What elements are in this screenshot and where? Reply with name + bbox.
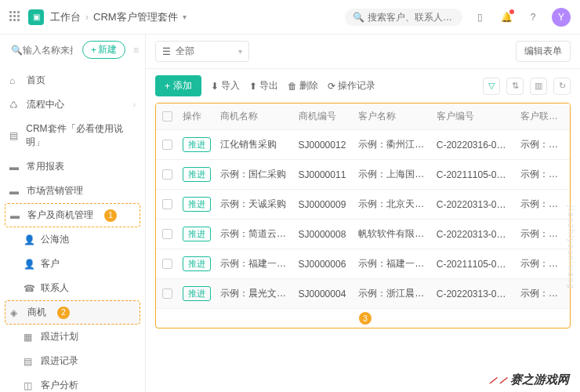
export-button[interactable]: ⬆导出 — [249, 79, 278, 93]
sidebar-item-label: 联系人 — [41, 281, 69, 295]
sidebar-item-12[interactable]: ◫客户分析 — [0, 373, 145, 392]
view-selector[interactable]: ☰ 全部 ▾ — [155, 41, 249, 62]
col-action: 操作 — [178, 110, 216, 123]
log-button[interactable]: ⟳操作记录 — [328, 79, 375, 93]
advance-button[interactable]: 推进 — [183, 167, 211, 182]
brand-footer: ⟋⟋ 赛之游戏网 — [487, 372, 569, 387]
sidebar-item-6[interactable]: 👤公海池 — [0, 227, 145, 252]
global-search[interactable]: 🔍 — [345, 9, 462, 26]
suite-name[interactable]: CRM客户管理套件 — [93, 10, 178, 24]
sidebar-item-label: CRM套件「必看使用说明」 — [26, 122, 136, 149]
table-row[interactable]: 推进 示例：国仁采购 SJ0000011 示例：上海国仁有限… C-202111… — [156, 160, 570, 190]
import-button[interactable]: ⬇导入 — [211, 79, 240, 93]
sidebar-search-input[interactable] — [23, 45, 73, 56]
col-code: 商机编号 — [294, 110, 354, 123]
user-icon: 👤 — [24, 234, 34, 245]
sidebar-item-0[interactable]: ⌂首页 — [0, 68, 145, 93]
annotation-badge: 2 — [57, 307, 70, 319]
delete-button[interactable]: 🗑删除 — [288, 79, 318, 93]
cell-ccode: C-20220313-0000003 — [432, 229, 516, 240]
help-icon[interactable]: ? — [524, 8, 542, 27]
user-icon: 👤 — [24, 259, 34, 270]
row-checkbox[interactable] — [162, 229, 172, 239]
folder-icon: ▬ — [10, 210, 21, 221]
sidebar-item-3[interactable]: ▬常用报表 — [0, 154, 145, 179]
workspace-label[interactable]: 工作台 — [50, 10, 81, 24]
advance-button[interactable]: 推进 — [183, 137, 211, 152]
search-input[interactable] — [368, 12, 455, 23]
cell-cust: 示例：上海国仁有限… — [353, 168, 432, 181]
sort-icon[interactable]: ⇅ — [506, 78, 524, 95]
contact-icon: ☎ — [24, 283, 34, 294]
row-checkbox[interactable] — [162, 140, 172, 150]
advance-button[interactable]: 推进 — [183, 286, 211, 301]
cell-name: 示例：福建一高3月订单 — [216, 257, 294, 270]
sidebar-item-label: 客户 — [41, 257, 60, 270]
chevron-down-icon[interactable]: ▾ — [183, 13, 187, 21]
trash-icon: 🗑 — [288, 81, 297, 92]
sidebar-item-label: 客户及商机管理 — [27, 209, 93, 222]
sidebar-item-label: 商机 — [27, 306, 46, 319]
add-button[interactable]: +添加 — [155, 75, 201, 96]
home-icon: ⌂ — [9, 75, 20, 86]
cell-code: SJ0000006 — [294, 259, 354, 270]
cell-cust: 示例：北京天诚软件… — [353, 198, 432, 211]
filter-icon[interactable]: ▽ — [483, 78, 500, 95]
table-row[interactable]: 推进 江化销售采购 SJ0000012 示例：衢州江化集团 C-20220316… — [156, 130, 570, 160]
avatar[interactable]: Y — [552, 8, 571, 27]
cell-contact: 示例：刘晨 — [516, 287, 570, 300]
cell-code: SJ0000008 — [294, 229, 354, 240]
cell-code: SJ0000004 — [294, 289, 354, 299]
edit-form-button[interactable]: 编辑表单 — [516, 41, 571, 62]
import-icon: ⬇ — [211, 81, 219, 92]
col-contact: 客户联系人 — [516, 110, 570, 123]
menu-icon[interactable]: ≡ — [133, 45, 139, 56]
cell-name: 示例：简道云采购 — [216, 227, 294, 241]
bell-icon[interactable]: 🔔 — [497, 8, 516, 27]
chevron-down-icon: ▾ — [238, 47, 242, 56]
annotation-badge: 1 — [104, 209, 117, 222]
advance-button[interactable]: 推进 — [183, 197, 211, 212]
apps-grid-icon[interactable] — [9, 11, 22, 24]
col-cust: 客户名称 — [353, 110, 432, 123]
list-icon: ☰ — [162, 46, 171, 57]
clock-icon: ⟳ — [328, 81, 335, 92]
table-row[interactable]: 推进 示例：天诚采购 SJ0000009 示例：北京天诚软件… C-202203… — [156, 190, 570, 220]
select-all-checkbox[interactable] — [162, 111, 172, 122]
row-checkbox[interactable] — [162, 199, 172, 209]
sidebar-item-2[interactable]: ▤CRM套件「必看使用说明」 — [0, 117, 145, 154]
annotation-badge-3: 3 — [359, 312, 372, 325]
sidebar-item-5[interactable]: ▬客户及商机管理1 — [5, 203, 140, 227]
table-row[interactable]: 推进 示例：简道云采购 SJ0000008 帆软软件有限公司 C-2022031… — [156, 220, 570, 249]
row-checkbox[interactable] — [162, 289, 172, 299]
refresh-icon[interactable]: ↻ — [553, 78, 571, 95]
row-checkbox[interactable] — [162, 259, 172, 269]
sidebar-item-9[interactable]: ◈商机2 — [5, 300, 140, 325]
view-label: 全部 — [176, 45, 194, 58]
sidebar-item-11[interactable]: ▤跟进记录 — [0, 349, 145, 373]
cell-contact: 示例：王立 — [516, 227, 570, 241]
table-row[interactable]: 推进 示例：晨光文具设备… SJ0000004 示例：浙江晨光文具… C-202… — [156, 279, 570, 309]
cell-contact: 示例：赵仁民 — [516, 138, 570, 151]
cell-ccode: C-20211105-0000004 — [432, 259, 516, 270]
sidebar-search[interactable]: 🔍 — [6, 43, 78, 57]
sidebar-item-7[interactable]: 👤客户 — [0, 252, 145, 276]
folder-icon: ▬ — [9, 186, 20, 197]
new-button[interactable]: +新建 — [82, 41, 125, 59]
cell-contact: 示例：李清海 — [516, 198, 570, 211]
columns-icon[interactable]: ▥ — [530, 78, 547, 95]
row-checkbox[interactable] — [162, 169, 172, 180]
cell-cust: 帆软软件有限公司 — [353, 227, 432, 241]
export-icon: ⬆ — [249, 81, 257, 92]
book-icon[interactable]: ▯ — [470, 8, 489, 27]
advance-button[interactable]: 推进 — [183, 227, 211, 241]
table-row[interactable]: 推进 示例：福建一高3月订单 SJ0000006 示例：福建一高集团 C-202… — [156, 249, 570, 279]
sidebar-item-8[interactable]: ☎联系人 — [0, 276, 145, 300]
doc-icon: ▤ — [9, 130, 20, 141]
sidebar-item-1[interactable]: ♺流程中心› — [0, 93, 145, 117]
analysis-icon: ◫ — [24, 380, 34, 391]
sidebar-item-10[interactable]: ▦跟进计划 — [0, 325, 145, 349]
folder-icon: ▬ — [9, 162, 20, 172]
advance-button[interactable]: 推进 — [183, 256, 211, 271]
sidebar-item-4[interactable]: ▬市场营销管理 — [0, 179, 145, 203]
